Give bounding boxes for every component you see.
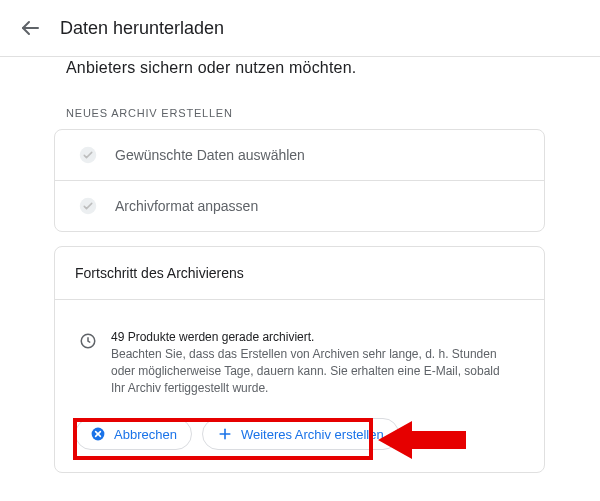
step-label: Gewünschte Daten auswählen: [115, 147, 305, 163]
steps-card: Gewünschte Daten auswählen Archivformat …: [54, 129, 545, 232]
step-label: Archivformat anpassen: [115, 198, 258, 214]
clock-icon: [79, 332, 97, 350]
progress-body: 49 Produkte werden gerade archiviert. Be…: [55, 300, 544, 472]
cancel-button-label: Abbrechen: [114, 427, 177, 442]
check-icon: [79, 146, 97, 164]
page-title: Daten herunterladen: [60, 18, 224, 39]
check-icon: [79, 197, 97, 215]
cancel-icon: [90, 426, 106, 442]
step-select-data[interactable]: Gewünschte Daten auswählen: [55, 130, 544, 180]
svg-point-1: [80, 147, 97, 164]
action-buttons-row: Abbrechen Weiteres Archiv erstellen: [75, 418, 524, 450]
status-note: Beachten Sie, dass das Erstellen von Arc…: [111, 346, 501, 396]
section-label-new-archive: NEUES ARCHIV ERSTELLEN: [66, 107, 600, 119]
step-archive-format[interactable]: Archivformat anpassen: [55, 180, 544, 231]
cancel-button[interactable]: Abbrechen: [75, 418, 192, 450]
plus-icon: [217, 426, 233, 442]
status-text-block: 49 Produkte werden gerade archiviert. Be…: [111, 330, 501, 396]
status-line: 49 Produkte werden gerade archiviert.: [111, 330, 501, 344]
svg-point-2: [80, 198, 97, 215]
create-another-archive-button[interactable]: Weiteres Archiv erstellen: [202, 418, 399, 450]
topbar: Daten herunterladen: [0, 0, 600, 57]
progress-card: Fortschritt des Archivierens 49 Produkte…: [54, 246, 545, 473]
status-row: 49 Produkte werden gerade archiviert. Be…: [75, 330, 524, 396]
back-arrow-icon[interactable]: [18, 16, 42, 40]
progress-heading: Fortschritt des Archivierens: [55, 247, 544, 300]
create-another-archive-label: Weiteres Archiv erstellen: [241, 427, 384, 442]
truncated-description: Anbieters sichern oder nutzen möchten.: [0, 57, 600, 77]
